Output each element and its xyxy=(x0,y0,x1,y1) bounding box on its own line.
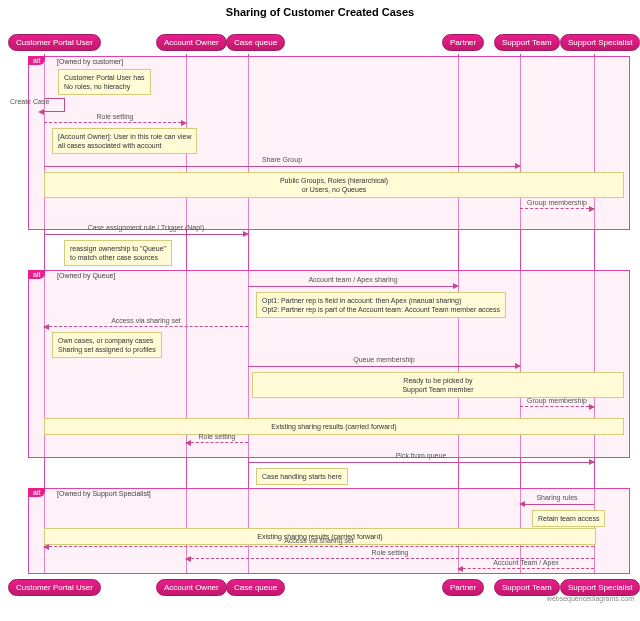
self-message xyxy=(44,98,65,112)
fragment-condition: [Owned by customer] xyxy=(57,58,123,65)
actor-customer-portal-user: Customer Portal User xyxy=(8,34,101,51)
note: Case handling starts here xyxy=(256,468,348,485)
actor-partner: Partner xyxy=(442,34,484,51)
fragment-label: alt xyxy=(28,56,45,65)
actor-case-queue: Case queue xyxy=(226,34,285,51)
fragment-label: alt xyxy=(28,270,45,279)
actor-support-team-bottom: Support Team xyxy=(494,579,560,596)
note: Own cases, or company cases Sharing set … xyxy=(52,332,162,358)
message-sharing-rules: Sharing rules xyxy=(520,504,594,505)
attribution: websequencediagrams.com xyxy=(547,595,634,602)
diagram-title: Sharing of Customer Created Cases xyxy=(0,0,640,24)
fragment-label: alt xyxy=(28,488,45,497)
message-group-membership-2: Group membership xyxy=(520,406,594,408)
actor-case-queue-bottom: Case queue xyxy=(226,579,285,596)
message-pick-from-queue: Pick from queue xyxy=(248,462,594,463)
actor-account-owner-bottom: Account Owner xyxy=(156,579,227,596)
message-queue-membership: Queue membership xyxy=(248,366,520,367)
message-account-team-apex: Account team / Apex sharing xyxy=(248,286,458,287)
note: [Account Owner]: User in this role can v… xyxy=(52,128,197,154)
actor-account-owner: Account Owner xyxy=(156,34,227,51)
message-role-setting-2: Role setting xyxy=(186,442,248,444)
note: Ready to be picked by Support Team membe… xyxy=(252,372,624,398)
note: Opt1: Partner rep is field in account: t… xyxy=(256,292,506,318)
fragment-condition: [Owned by Support Specialist] xyxy=(57,490,151,497)
fragment-condition: [Owned by Queue] xyxy=(57,272,115,279)
actor-customer-portal-user-bottom: Customer Portal User xyxy=(8,579,101,596)
note: reassign ownership to "Queue" to match o… xyxy=(64,240,172,266)
message-access-sharing-set: Access via sharing set xyxy=(44,326,248,328)
message-group-membership: Group membership xyxy=(520,208,594,210)
message-account-team-apex-2: Account Team / Apex xyxy=(458,568,594,570)
message-share-group: Share Group xyxy=(44,166,520,167)
note: Public Groups, Roles (hierarchical) or U… xyxy=(44,172,624,198)
note: Existing sharing results (carried forwar… xyxy=(44,418,624,435)
sequence-canvas: Customer Portal User Account Owner Case … xyxy=(0,24,640,604)
message-case-assignment: Case assignment rule / Trigger (Nap!) xyxy=(44,234,248,235)
actor-partner-bottom: Partner xyxy=(442,579,484,596)
note: Customer Portal User has No roles, no hi… xyxy=(58,69,151,95)
message-role-setting: Role setting xyxy=(44,122,186,124)
actor-support-specialist: Support Specialist xyxy=(560,34,640,51)
message-access-sharing-set-2: Access via sharing set xyxy=(44,546,594,548)
actor-support-team: Support Team xyxy=(494,34,560,51)
actor-support-specialist-bottom: Support Specialist xyxy=(560,579,640,596)
note: Retain team access xyxy=(532,510,605,527)
